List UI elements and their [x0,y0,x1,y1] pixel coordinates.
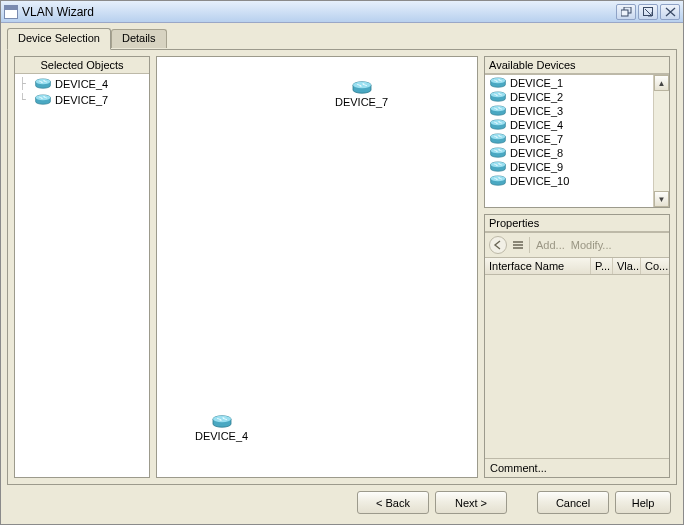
back-icon-button[interactable] [489,236,507,254]
properties-panel: Properties Add... Modify... [484,214,670,478]
close-button[interactable] [660,4,680,20]
list-item-label: DEVICE_1 [510,77,563,89]
list-item[interactable]: DEVICE_4 [485,118,653,132]
available-devices-panel: Available Devices DEVICE_1 DEVICE_2 DEVI… [484,56,670,208]
selected-objects-header: Selected Objects [15,57,149,74]
selected-objects-tree[interactable]: ├ DEVICE_4 └ DEVICE_7 [15,74,149,477]
tree-item[interactable]: └ DEVICE_7 [17,92,147,108]
properties-toolbar: Add... Modify... [485,232,669,258]
list-item-label: DEVICE_3 [510,105,563,117]
device-icon [489,147,507,159]
comment-field[interactable]: Comment... [485,458,669,477]
tab-details[interactable]: Details [111,29,167,48]
list-item-label: DEVICE_10 [510,175,569,187]
list-item[interactable]: DEVICE_7 [485,132,653,146]
maximize-icon [643,7,654,17]
properties-header: Properties [485,215,669,232]
window-title: VLAN Wizard [22,5,616,19]
properties-table-body[interactable] [485,275,669,458]
canvas-node[interactable]: DEVICE_4 [195,415,248,442]
list-item-label: DEVICE_2 [510,91,563,103]
add-link: Add... [536,239,565,251]
tree-item[interactable]: ├ DEVICE_4 [17,76,147,92]
device-icon [489,119,507,131]
toolbar-divider [529,237,530,253]
restore-down-icon [621,7,632,17]
cancel-button[interactable]: Cancel [537,491,609,514]
arrow-left-icon [493,240,503,250]
canvas-node[interactable]: DEVICE_7 [335,81,388,108]
selected-objects-panel: Selected Objects ├ DEVICE_4 └ DEVICE_7 [14,56,150,478]
app-icon [4,5,18,19]
list-item[interactable]: DEVICE_3 [485,104,653,118]
main-panel: Selected Objects ├ DEVICE_4 └ DEVICE_7 [7,49,677,485]
modify-link: Modify... [571,239,612,251]
device-icon [489,175,507,187]
col-co[interactable]: Co... [641,258,669,274]
tab-strip: Device Selection Details [7,27,677,49]
device-icon [489,77,507,89]
help-button[interactable]: Help [615,491,671,514]
right-column: Available Devices DEVICE_1 DEVICE_2 DEVI… [484,56,670,478]
window: VLAN Wizard Dev [0,0,684,525]
wizard-button-bar: < Back Next > Cancel Help [7,485,677,518]
device-icon [351,81,373,95]
restore-down-button[interactable] [616,4,636,20]
device-icon [489,91,507,103]
device-icon [489,133,507,145]
device-icon [489,161,507,173]
list-item-label: DEVICE_4 [510,119,563,131]
canvas-node-label: DEVICE_7 [335,96,388,108]
list-item[interactable]: DEVICE_2 [485,90,653,104]
titlebar[interactable]: VLAN Wizard [1,1,683,23]
col-p[interactable]: P... [591,258,613,274]
col-interface-name[interactable]: Interface Name [485,258,591,274]
tree-item-label: DEVICE_7 [55,94,108,106]
device-icon [34,94,52,106]
list-item[interactable]: DEVICE_9 [485,160,653,174]
list-item-label: DEVICE_9 [510,161,563,173]
scroll-track[interactable] [654,91,669,191]
available-devices-header: Available Devices [485,57,669,74]
list-item[interactable]: DEVICE_1 [485,76,653,90]
device-icon [34,78,52,90]
device-icon [211,415,233,429]
next-button[interactable]: Next > [435,491,507,514]
list-item-label: DEVICE_8 [510,147,563,159]
canvas-node-label: DEVICE_4 [195,430,248,442]
list-item-label: DEVICE_7 [510,133,563,145]
menu-icon [513,241,523,249]
list-item[interactable]: DEVICE_8 [485,146,653,160]
devices-scrollbar[interactable]: ▲ ▼ [653,75,669,207]
topology-canvas[interactable]: DEVICE_7 DEVICE_4 [156,56,478,478]
tab-device-selection[interactable]: Device Selection [7,28,111,50]
list-item[interactable]: DEVICE_10 [485,174,653,188]
tree-item-label: DEVICE_4 [55,78,108,90]
available-devices-list[interactable]: DEVICE_1 DEVICE_2 DEVICE_3 DEVICE_4 DEVI… [485,75,653,207]
properties-table-header: Interface Name P... Vla... Co... [485,258,669,275]
scroll-down-button[interactable]: ▼ [654,191,669,207]
back-button[interactable]: < Back [357,491,429,514]
device-icon [489,105,507,117]
close-icon [665,7,676,17]
scroll-up-button[interactable]: ▲ [654,75,669,91]
content: Device Selection Details Selected Object… [1,23,683,524]
col-vla[interactable]: Vla... [613,258,641,274]
maximize-button[interactable] [638,4,658,20]
svg-rect-3 [621,10,628,16]
